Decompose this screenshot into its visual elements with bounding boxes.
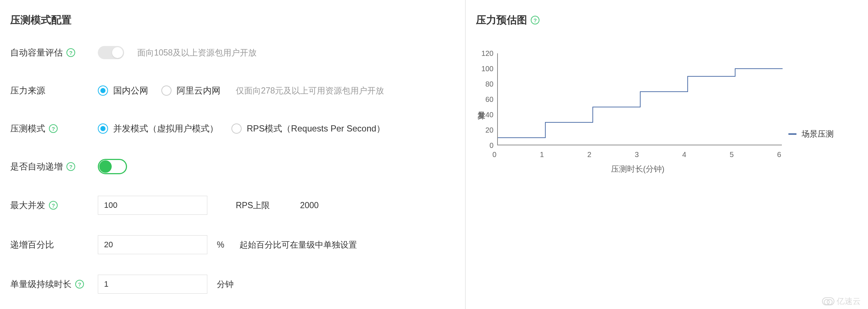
label-auto-capacity: 自动容量评估 ?: [10, 47, 98, 58]
label-max-concurrency: 最大并发 ?: [10, 199, 98, 211]
chart-panel: 压力预估图 ? 并发量 120 100 80 60 40 20 0: [466, 0, 868, 309]
step-duration-input[interactable]: [98, 275, 207, 294]
watermark: 亿速云: [822, 296, 861, 307]
radio-label-source-public[interactable]: 国内公网: [113, 85, 148, 96]
legend-swatch: [788, 133, 796, 135]
label-increment-pct: 递增百分比: [10, 239, 98, 251]
increment-pct-input[interactable]: [98, 235, 207, 254]
label-source: 压力来源: [10, 85, 98, 96]
row-auto-capacity: 自动容量评估 ? 面向1058及以上资源包用户开放: [10, 44, 455, 61]
row-max-concurrency: 最大并发 ? RPS上限 2000: [10, 196, 455, 215]
radio-mode-concurrency[interactable]: [98, 123, 108, 134]
increment-pct-hint: 起始百分比可在量级中单独设置: [239, 239, 357, 251]
row-increment-pct: 递增百分比 % 起始百分比可在量级中单独设置: [10, 235, 455, 254]
help-icon[interactable]: ?: [531, 16, 539, 24]
config-panel: 压测模式配置 自动容量评估 ? 面向1058及以上资源包用户开放 压力来源 国内…: [0, 0, 466, 309]
radio-mode-rps[interactable]: [231, 123, 242, 134]
row-auto-increment: 是否自动递增 ?: [10, 158, 455, 175]
max-concurrency-input[interactable]: [98, 196, 207, 215]
help-icon[interactable]: ?: [49, 201, 58, 210]
label-mode: 压测模式 ?: [10, 123, 98, 134]
help-icon[interactable]: ?: [75, 280, 84, 289]
watermark-icon: [822, 297, 834, 305]
rps-limit-label: RPS上限: [236, 200, 280, 211]
chart-plot-area: [497, 53, 782, 145]
chart-title-text: 压力预估图: [476, 13, 527, 27]
help-icon[interactable]: ?: [66, 48, 75, 57]
auto-increment-switch[interactable]: [98, 159, 127, 174]
radio-source-internal[interactable]: [161, 85, 172, 96]
chart-svg: [498, 53, 783, 145]
help-icon[interactable]: ?: [49, 124, 58, 133]
chart-legend: 场景压测: [788, 129, 834, 140]
radio-label-mode-concurrency[interactable]: 并发模式（虚拟用户模式）: [113, 123, 218, 134]
row-source: 压力来源 国内公网 阿里云内网 仅面向278元及以上可用资源包用户开放: [10, 82, 455, 99]
legend-label: 场景压测: [802, 129, 834, 140]
increment-pct-unit: %: [217, 240, 224, 250]
help-icon[interactable]: ?: [66, 162, 75, 171]
row-mode: 压测模式 ? 并发模式（虚拟用户模式） RPS模式（Requests Per S…: [10, 120, 455, 137]
auto-capacity-switch[interactable]: [98, 46, 124, 59]
x-axis-label: 压测时长(分钟): [611, 164, 665, 175]
radio-label-source-internal[interactable]: 阿里云内网: [177, 85, 220, 96]
auto-capacity-hint: 面向1058及以上资源包用户开放: [137, 47, 257, 58]
config-title: 压测模式配置: [10, 13, 455, 27]
radio-source-public[interactable]: [98, 85, 108, 96]
rps-limit-value: 2000: [300, 201, 319, 210]
chart-wrap: 并发量 120 100 80 60 40 20 0: [476, 53, 858, 175]
step-duration-unit: 分钟: [217, 279, 234, 290]
source-hint: 仅面向278元及以上可用资源包用户开放: [236, 85, 384, 96]
chart-title: 压力预估图 ?: [476, 13, 858, 27]
config-title-text: 压测模式配置: [10, 13, 72, 27]
label-step-duration: 单量级持续时长 ?: [10, 278, 98, 290]
radio-label-mode-rps[interactable]: RPS模式（Requests Per Second）: [247, 123, 385, 134]
row-step-duration: 单量级持续时长 ? 分钟: [10, 275, 455, 294]
label-auto-increment: 是否自动递增 ?: [10, 161, 98, 172]
